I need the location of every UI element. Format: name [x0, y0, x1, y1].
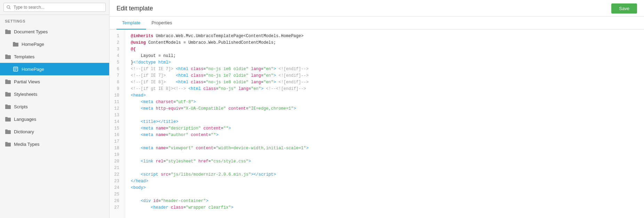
code-line — [131, 191, 638, 198]
sidebar-item-label: Templates — [14, 54, 34, 59]
sidebar-item-scripts[interactable]: Scripts — [0, 100, 109, 113]
code-line: <script src="js/libs/modernizr-2.0.6.min… — [131, 171, 638, 178]
code-line: <body> — [131, 185, 638, 191]
code-line: <!--[if IE 7]> <html class="no-js ie7 ol… — [131, 73, 638, 79]
page-title: Edit template — [116, 5, 153, 12]
sidebar-item-label: HomePage — [22, 42, 44, 47]
line-number: 22 — [110, 171, 122, 178]
line-number: 8 — [110, 79, 122, 86]
line-number: 18 — [110, 145, 122, 152]
sidebar-item-document-types[interactable]: Document Types — [0, 25, 109, 38]
sidebar-nav: Document Types HomePage Templates — [0, 25, 109, 150]
search-input[interactable] — [3, 3, 106, 12]
line-number: 23 — [110, 178, 122, 185]
search-box — [0, 0, 109, 15]
code-line: <link rel="stylesheet" href="css/style.c… — [131, 158, 638, 165]
tab-properties[interactable]: Properties — [146, 17, 178, 30]
line-number: 6 — [110, 66, 122, 73]
code-line: <!--[if lt IE 7]> <html class="no-js ie6… — [131, 66, 638, 73]
code-line: <meta charset="utf-8"> — [131, 99, 638, 106]
templates-folder-icon — [5, 53, 11, 60]
code-line: Layout = null; — [131, 53, 638, 59]
code-line — [131, 165, 638, 171]
folder-icon — [5, 28, 11, 35]
line-number: 13 — [110, 112, 122, 119]
sidebar-item-stylesheets[interactable]: Stylesheets — [0, 88, 109, 100]
line-number: 4 — [110, 53, 122, 59]
main-content: Edit template Save Template Properties 1… — [110, 0, 644, 218]
code-line: <meta name="viewport" content="width=dev… — [131, 145, 638, 152]
sidebar-item-label: Stylesheets — [14, 92, 37, 97]
scripts-icon — [5, 103, 11, 110]
sidebar: SETTINGS Document Types HomePage — [0, 0, 110, 218]
languages-icon — [5, 116, 11, 122]
code-line — [131, 152, 638, 158]
code-line: <meta name="author" content=""> — [131, 132, 638, 139]
line-number: 21 — [110, 165, 122, 171]
line-number: 3 — [110, 46, 122, 53]
save-button[interactable]: Save — [611, 3, 637, 14]
sidebar-item-homepage-template[interactable]: HomePage — [0, 63, 109, 75]
line-number: 9 — [110, 86, 122, 92]
code-content[interactable]: @inherits Umbraco.Web.Mvc.UmbracoTemplat… — [125, 30, 644, 218]
code-line: @{ — [131, 46, 638, 53]
sidebar-item-languages[interactable]: Languages — [0, 113, 109, 125]
line-number: 5 — [110, 59, 122, 66]
code-line — [131, 139, 638, 145]
sidebar-item-label: Languages — [14, 117, 36, 122]
dictionary-icon — [5, 128, 11, 135]
sidebar-item-label: Dictionary — [14, 129, 34, 134]
sidebar-item-label: HomePage — [22, 67, 44, 72]
code-line: <!--[if IE 8]> <html class="no-js ie8 ol… — [131, 79, 638, 86]
code-line: <header class="wrapper clearfix"> — [131, 204, 638, 211]
code-line: <meta name="description" content=""> — [131, 125, 638, 132]
line-number: 16 — [110, 132, 122, 139]
line-number: 10 — [110, 92, 122, 99]
code-line: @inherits Umbraco.Web.Mvc.UmbracoTemplat… — [131, 33, 638, 40]
page-header: Edit template Save — [110, 0, 644, 17]
line-number: 2 — [110, 40, 122, 46]
sidebar-item-dictionary[interactable]: Dictionary — [0, 125, 109, 138]
line-number: 25 — [110, 191, 122, 198]
tabs-bar: Template Properties — [110, 17, 644, 30]
sidebar-item-homepage-doc[interactable]: HomePage — [0, 38, 109, 50]
code-line: }<!doctype html> — [131, 59, 638, 66]
sidebar-item-label: Partial Views — [14, 79, 40, 84]
sidebar-item-templates[interactable]: Templates — [0, 50, 109, 63]
template-file-icon — [13, 66, 19, 72]
media-types-icon — [5, 141, 11, 147]
tab-template[interactable]: Template — [116, 17, 146, 30]
settings-label: SETTINGS — [0, 15, 109, 25]
line-number: 26 — [110, 198, 122, 204]
line-number: 17 — [110, 139, 122, 145]
sidebar-item-label: Document Types — [14, 29, 48, 34]
code-line: <title></title> — [131, 119, 638, 125]
line-number: 19 — [110, 152, 122, 158]
line-number: 27 — [110, 204, 122, 211]
line-number: 7 — [110, 73, 122, 79]
code-line — [131, 112, 638, 119]
code-line: <head> — [131, 92, 638, 99]
stylesheets-icon — [5, 91, 11, 97]
code-line: <!--[if gt IE 8]><!--> <html class="no-j… — [131, 86, 638, 92]
line-number: 1 — [110, 33, 122, 40]
partial-views-icon — [5, 78, 11, 85]
code-line: <meta http-equiv="X-UA-Compatible" conte… — [131, 106, 638, 112]
subfolder-icon — [13, 41, 19, 47]
line-number: 14 — [110, 119, 122, 125]
line-number: 15 — [110, 125, 122, 132]
code-line: @using ContentModels = Umbraco.Web.Publi… — [131, 40, 638, 46]
sidebar-item-media-types[interactable]: Media Types — [0, 138, 109, 150]
sidebar-item-label: Media Types — [14, 142, 39, 147]
line-number: 20 — [110, 158, 122, 165]
code-line: </head> — [131, 178, 638, 185]
line-number: 24 — [110, 185, 122, 191]
line-numbers: 1234567891011121314151617181920212223242… — [110, 30, 125, 218]
sidebar-item-partial-views[interactable]: Partial Views — [0, 75, 109, 88]
code-line: <div id="header-container"> — [131, 198, 638, 204]
editor-area: 1234567891011121314151617181920212223242… — [110, 30, 644, 218]
sidebar-item-label: Scripts — [14, 104, 28, 109]
line-number: 12 — [110, 106, 122, 112]
line-number: 11 — [110, 99, 122, 106]
